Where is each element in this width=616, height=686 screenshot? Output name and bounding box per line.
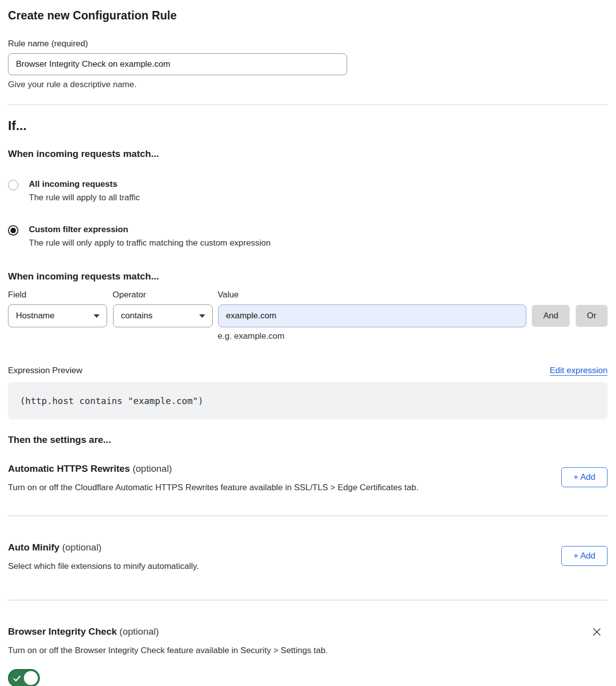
- radio-selected-icon[interactable]: [8, 225, 18, 236]
- section-divider: [8, 516, 608, 516]
- browser-integrity-check-toggle[interactable]: [8, 669, 40, 686]
- or-button[interactable]: Or: [576, 305, 608, 327]
- then-settings-heading: Then the settings are...: [8, 434, 608, 445]
- toggle-knob[interactable]: [24, 671, 38, 685]
- radio-label: Custom filter expression: [29, 225, 270, 235]
- setting-title: Automatic HTTPS Rewrites (optional): [8, 463, 418, 474]
- setting-description: Turn on or off the Cloudflare Automatic …: [8, 483, 418, 493]
- radio-option-all-incoming-requests[interactable]: All incoming requests The rule will appl…: [8, 179, 608, 203]
- if-heading: If...: [8, 118, 608, 134]
- rule-name-value: Browser Integrity Check on example.com: [16, 59, 170, 69]
- expression-preview-code: (http.host contains "example.com"): [8, 382, 608, 419]
- page-title: Create new Configuration Rule: [8, 9, 608, 22]
- when-requests-match-heading: When incoming requests match...: [8, 148, 608, 159]
- setting-automatic-https-rewrites: Automatic HTTPS Rewrites (optional) Turn…: [8, 463, 608, 493]
- operator-selected-value: contains: [121, 311, 152, 321]
- setting-description: Turn on or off the Browser Integrity Che…: [8, 646, 608, 656]
- optional-tag: (optional): [120, 626, 159, 637]
- radio-option-custom-filter-expression[interactable]: Custom filter expression The rule will o…: [8, 225, 608, 248]
- optional-tag: (optional): [132, 463, 172, 474]
- setting-title: Browser Integrity Check (optional): [8, 626, 159, 637]
- field-selected-value: Hostname: [16, 311, 54, 321]
- chevron-down-icon: [199, 314, 205, 318]
- optional-tag: (optional): [62, 542, 102, 552]
- and-button[interactable]: And: [532, 305, 570, 327]
- rule-name-help: Give your rule a descriptive name.: [8, 80, 608, 90]
- chevron-down-icon: [94, 314, 100, 318]
- setting-title: Auto Minify (optional): [8, 542, 199, 553]
- rule-name-input[interactable]: Browser Integrity Check on example.com: [8, 53, 347, 75]
- setting-browser-integrity-check: Browser Integrity Check (optional): [8, 626, 608, 637]
- radio-description: The rule will only apply to traffic matc…: [29, 238, 270, 248]
- expression-preview-label: Expression Preview: [8, 366, 82, 376]
- create-configuration-rule-form: Create new Configuration Rule Rule name …: [0, 0, 616, 686]
- expression-code-text: (http.host contains "example.com"): [20, 396, 203, 406]
- add-auto-minify-button[interactable]: + Add: [561, 546, 608, 566]
- field-label: Field: [8, 290, 113, 300]
- operator-select[interactable]: contains: [113, 304, 213, 327]
- rule-name-label: Rule name (required): [8, 39, 608, 49]
- expression-builder-labels: Field Operator Value: [8, 290, 608, 300]
- section-divider: [8, 600, 608, 600]
- radio-description: The rule will apply to all traffic: [29, 193, 140, 203]
- expression-builder-heading: When incoming requests match...: [8, 271, 608, 282]
- radio-label: All incoming requests: [29, 179, 140, 189]
- field-select[interactable]: Hostname: [8, 304, 107, 327]
- expression-preview-header: Expression Preview Edit expression: [8, 366, 608, 376]
- close-icon[interactable]: [592, 627, 602, 637]
- value-input[interactable]: example.com: [218, 304, 526, 327]
- value-label: Value: [218, 290, 239, 300]
- value-input-text: example.com: [226, 311, 276, 321]
- expression-builder-controls: Hostname contains example.com And Or: [8, 304, 608, 327]
- edit-expression-link[interactable]: Edit expression: [550, 366, 608, 376]
- value-help-text: e.g. example.com: [218, 331, 608, 341]
- setting-auto-minify: Auto Minify (optional) Select which file…: [8, 542, 608, 571]
- check-icon: [13, 675, 21, 683]
- setting-description: Select which file extensions to minify a…: [8, 561, 199, 571]
- section-divider: [8, 105, 608, 105]
- radio-unselected-icon[interactable]: [8, 180, 18, 190]
- add-automatic-https-rewrites-button[interactable]: + Add: [561, 467, 608, 487]
- operator-label: Operator: [113, 290, 218, 300]
